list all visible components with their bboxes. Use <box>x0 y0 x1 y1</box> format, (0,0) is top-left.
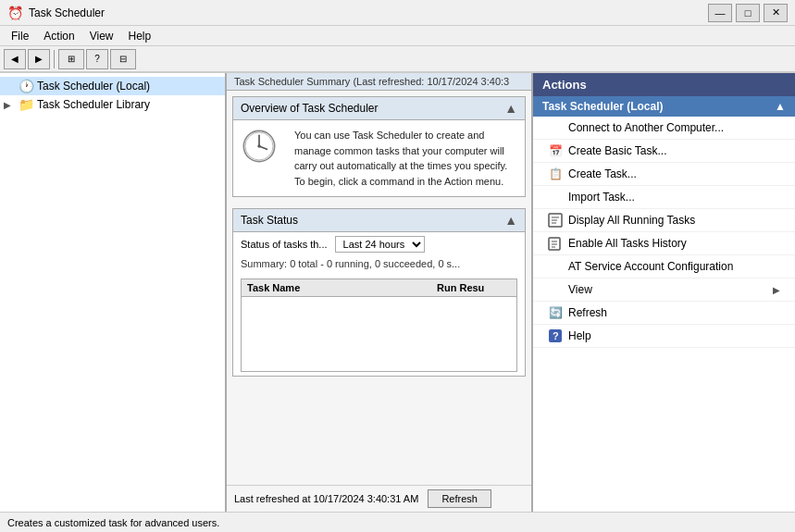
status-text: Creates a customized task for advanced u… <box>7 517 219 528</box>
overview-title: Overview of Task Scheduler <box>241 102 379 115</box>
overview-body: You can use Task Scheduler to create and… <box>233 120 525 196</box>
create-basic-icon: 📅 <box>548 143 563 158</box>
refresh-button[interactable]: Refresh <box>428 489 491 508</box>
status-label: Status of tasks th... <box>241 239 328 250</box>
overview-section: Overview of Task Scheduler ▲ You can use… <box>232 96 526 197</box>
overview-collapse[interactable]: ▲ <box>504 101 517 116</box>
app-icon: ⏰ <box>7 6 23 20</box>
create-icon: 📋 <box>548 167 563 181</box>
action-enable-history-label: Enable All Tasks History <box>568 237 687 250</box>
connect-icon <box>548 120 563 135</box>
last-refreshed-text: Last refreshed at 10/17/2024 3:40:31 AM <box>234 493 418 504</box>
status-row: Status of tasks th... Last 24 hours Last… <box>233 232 525 256</box>
toolbar: ◀ ▶ ⊞ ? ⊟ <box>0 46 795 72</box>
time-select[interactable]: Last 24 hours Last hour Last 7 days Last… <box>335 236 425 253</box>
action-connect[interactable]: Connect to Another Computer... <box>533 117 795 140</box>
local-icon: 🕐 <box>19 79 33 93</box>
toolbar-back[interactable]: ◀ <box>4 49 26 69</box>
action-create[interactable]: 📋 Create Task... <box>533 163 795 186</box>
toolbar-forward[interactable]: ▶ <box>28 49 50 69</box>
action-help-label: Help <box>568 329 591 342</box>
menu-bar: File Action View Help <box>0 26 795 46</box>
svg-text:?: ? <box>553 330 559 341</box>
left-panel: 🕐 Task Scheduler (Local) ▶ 📁 Task Schedu… <box>0 73 227 512</box>
action-at-service-label: AT Service Account Configuration <box>568 260 733 273</box>
action-display-running[interactable]: Display All Running Tasks <box>533 209 795 232</box>
title-left: ⏰ Task Scheduler <box>7 6 105 20</box>
window-title: Task Scheduler <box>29 6 105 19</box>
close-button[interactable]: ✕ <box>764 4 788 22</box>
minimize-button[interactable]: — <box>708 4 732 22</box>
svg-point-4 <box>257 144 260 147</box>
toolbar-export[interactable]: ⊟ <box>110 49 136 69</box>
overview-header: Overview of Task Scheduler ▲ <box>233 97 525 120</box>
menu-view[interactable]: View <box>82 28 121 44</box>
center-panel: Task Scheduler Summary (Last refreshed: … <box>227 73 531 512</box>
tree-item-library[interactable]: ▶ 📁 Task Scheduler Library <box>0 95 225 114</box>
title-controls: — □ ✕ <box>708 4 788 22</box>
menu-action[interactable]: Action <box>36 28 81 44</box>
action-group-label: Task Scheduler (Local) <box>542 100 663 113</box>
task-status-section: Task Status ▲ Status of tasks th... Last… <box>232 208 526 377</box>
action-group-header[interactable]: Task Scheduler (Local) ▲ <box>533 96 795 117</box>
submenu-arrow: ▶ <box>773 285 780 295</box>
action-view[interactable]: View ▶ <box>533 278 795 302</box>
menu-help[interactable]: Help <box>121 28 159 44</box>
action-view-label: View <box>568 283 592 296</box>
right-panel: Actions Task Scheduler (Local) ▲ Connect… <box>531 73 795 512</box>
action-refresh[interactable]: 🔄 Refresh <box>533 302 795 325</box>
import-icon <box>548 190 563 204</box>
toolbar-help[interactable]: ? <box>86 49 108 69</box>
toolbar-separator <box>54 50 55 68</box>
actions-header: Actions <box>533 73 795 96</box>
clock-icon <box>241 128 285 172</box>
action-create-basic-label: Create Basic Task... <box>568 144 667 157</box>
task-table-body <box>242 297 516 371</box>
library-icon: 📁 <box>19 97 33 112</box>
task-table: Task Name Run Resu <box>241 278 517 372</box>
tree-item-local[interactable]: 🕐 Task Scheduler (Local) <box>0 77 225 95</box>
maximize-button[interactable]: □ <box>736 4 760 22</box>
action-help[interactable]: ? Help <box>533 325 795 348</box>
help-icon: ? <box>548 328 563 343</box>
overview-text: You can use Task Scheduler to create and… <box>294 128 517 189</box>
task-status-header: Task Status ▲ <box>233 209 525 232</box>
menu-file[interactable]: File <box>4 28 36 44</box>
refresh-bar: Last refreshed at 10/17/2024 3:40:31 AM … <box>227 485 531 512</box>
toolbar-show-hide[interactable]: ⊞ <box>58 49 84 69</box>
col-run-result: Run Resu <box>437 282 511 293</box>
title-bar: ⏰ Task Scheduler — □ ✕ <box>0 0 795 26</box>
action-display-running-label: Display All Running Tasks <box>568 214 695 227</box>
action-at-service[interactable]: AT Service Account Configuration <box>533 255 795 278</box>
enable-history-icon <box>548 236 563 251</box>
at-service-icon <box>548 259 563 274</box>
action-refresh-label: Refresh <box>568 306 607 319</box>
tree-item-library-label: Task Scheduler Library <box>37 98 150 111</box>
action-import[interactable]: Import Task... <box>533 186 795 209</box>
main-area: 🕐 Task Scheduler (Local) ▶ 📁 Task Schedu… <box>0 72 795 512</box>
action-enable-history[interactable]: Enable All Tasks History <box>533 232 795 255</box>
action-group-arrow: ▲ <box>775 100 786 113</box>
task-status-collapse[interactable]: ▲ <box>504 213 517 228</box>
action-create-label: Create Task... <box>568 167 637 180</box>
view-icon <box>548 282 563 297</box>
summary-text: Summary: 0 total - 0 running, 0 succeede… <box>233 256 525 275</box>
summary-header: Task Scheduler Summary (Last refreshed: … <box>227 73 531 91</box>
task-status-title: Task Status <box>241 214 298 227</box>
action-connect-label: Connect to Another Computer... <box>568 121 724 134</box>
display-running-icon <box>548 213 563 228</box>
refresh-icon: 🔄 <box>548 305 563 320</box>
expand-icon-lib: ▶ <box>4 100 15 110</box>
col-task-name: Task Name <box>247 282 437 293</box>
tree-item-local-label: Task Scheduler (Local) <box>37 80 150 93</box>
action-create-basic[interactable]: 📅 Create Basic Task... <box>533 140 795 163</box>
task-table-header: Task Name Run Resu <box>242 279 516 297</box>
status-bar: Creates a customized task for advanced u… <box>0 512 795 532</box>
action-import-label: Import Task... <box>568 191 635 204</box>
